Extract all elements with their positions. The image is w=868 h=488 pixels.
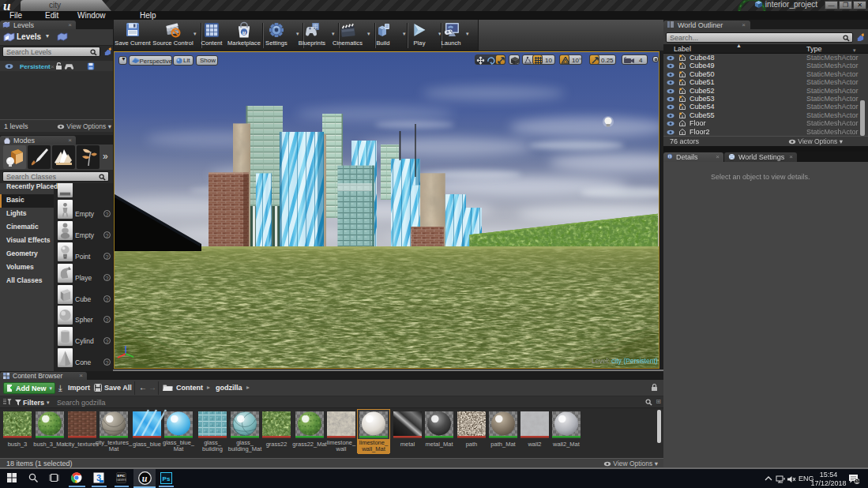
svg-text:wall: wall — [336, 445, 347, 452]
svg-text:city_textures: city_textures — [66, 441, 99, 448]
svg-text:Level: city (Persistent): Level: city (Persistent) — [592, 357, 658, 365]
svg-text:u: u — [242, 29, 246, 36]
svg-text:path: path — [466, 441, 478, 448]
svg-text:metal: metal — [400, 441, 415, 448]
svg-text:Ps: Ps — [163, 475, 171, 482]
svg-text:grass22: grass22 — [266, 441, 287, 448]
svg-text:path_Mat: path_Mat — [490, 441, 516, 448]
svg-text:bush_3_Mat: bush_3_Mat — [33, 441, 66, 448]
svg-text:u: u — [142, 473, 148, 484]
svg-text:Mat: Mat — [109, 445, 119, 452]
svg-text:grass22_Mat: grass22_Mat — [292, 441, 327, 448]
svg-text:wall_Mat: wall_Mat — [361, 445, 386, 452]
svg-text:building: building — [202, 445, 223, 452]
svg-text:Mat: Mat — [174, 445, 184, 452]
svg-text:wall2: wall2 — [527, 441, 541, 448]
svg-text:u: u — [3, 0, 10, 11]
svg-text:building_Mat: building_Mat — [228, 445, 262, 452]
svg-text:glass_blue: glass_blue — [133, 441, 161, 448]
svg-text:GAMES: GAMES — [116, 479, 126, 482]
svg-text:bush_3: bush_3 — [8, 441, 28, 448]
svg-text:wall2_Mat: wall2_Mat — [552, 441, 581, 448]
svg-text:metal_Mat: metal_Mat — [425, 441, 453, 448]
svg-text:EPIC: EPIC — [118, 474, 126, 478]
